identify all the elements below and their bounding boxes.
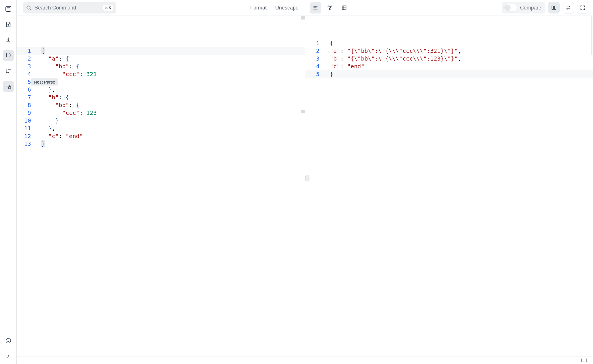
columns-icon bbox=[551, 5, 557, 11]
compare-label: Compare bbox=[520, 5, 541, 11]
nest-parse-tooltip: Nest Parse bbox=[31, 78, 58, 86]
compare-toggle-wrap: Compare bbox=[502, 2, 545, 13]
code-content: "ccc": 321 bbox=[35, 70, 305, 78]
minimap-mark-top bbox=[301, 16, 305, 20]
svg-point-7 bbox=[329, 9, 330, 10]
svg-rect-10 bbox=[555, 6, 556, 10]
braces-icon[interactable] bbox=[3, 50, 14, 61]
code-line[interactable]: 11 }, bbox=[17, 125, 305, 132]
app-logo-icon[interactable] bbox=[3, 3, 14, 14]
minimap-mark-bottom bbox=[301, 110, 305, 113]
code-line[interactable]: 9 "ccc": 123 bbox=[17, 109, 305, 117]
format-button[interactable]: Format bbox=[250, 5, 267, 11]
line-number: 4 bbox=[305, 63, 324, 70]
chevron-right-icon[interactable] bbox=[3, 351, 14, 362]
cursor-position: 1:1 bbox=[580, 358, 588, 363]
sidebar bbox=[0, 0, 17, 364]
view-graph-button[interactable] bbox=[324, 2, 336, 13]
code-line[interactable]: 5 } bbox=[17, 78, 305, 86]
code-content: } bbox=[35, 140, 305, 148]
code-line[interactable]: 2 "a": { bbox=[17, 55, 305, 63]
code-line[interactable]: 7 "b": { bbox=[17, 94, 305, 101]
code-line[interactable]: 2"a": "{\"bb\":\"{\\\"ccc\\\":321}\"}", bbox=[305, 47, 593, 55]
line-number: 3 bbox=[17, 63, 35, 70]
code-content: }, bbox=[35, 125, 305, 132]
editor-left[interactable]: 1{2 "a": {3 "bb": {4 "ccc": 3215 }6 },7 … bbox=[17, 16, 305, 148]
search-placeholder: Search Command bbox=[34, 5, 100, 11]
search-icon bbox=[26, 5, 32, 11]
code-content: "bb": { bbox=[35, 63, 305, 70]
line-number: 8 bbox=[17, 101, 35, 109]
file-import-icon[interactable] bbox=[3, 19, 14, 30]
code-content: } bbox=[35, 78, 305, 86]
fullscreen-icon bbox=[580, 5, 586, 11]
line-number: 6 bbox=[17, 86, 35, 94]
line-number: 13 bbox=[17, 140, 35, 148]
code-content: "c": "end" bbox=[324, 63, 593, 70]
line-number: 1 bbox=[17, 47, 35, 55]
code-line[interactable]: 6 }, bbox=[17, 86, 305, 94]
editor-right[interactable]: 1{2"a": "{\"bb\":\"{\\\"ccc\\\":321}\"}"… bbox=[305, 16, 593, 78]
line-number: 11 bbox=[17, 125, 35, 132]
right-toolbar: Compare bbox=[305, 0, 593, 16]
code-line[interactable]: 10 } bbox=[17, 117, 305, 125]
line-number: 12 bbox=[17, 132, 35, 140]
line-number: 3 bbox=[305, 55, 324, 63]
nest-parse-icon[interactable] bbox=[3, 81, 14, 92]
svg-point-4 bbox=[27, 6, 30, 9]
swap-icon bbox=[565, 5, 571, 11]
compare-toggle[interactable] bbox=[503, 4, 517, 12]
code-line[interactable]: 8 "bb": { bbox=[17, 101, 305, 109]
code-content: "a": { bbox=[35, 55, 305, 63]
line-number: 9 bbox=[17, 109, 35, 117]
code-line[interactable]: 4 "ccc": 321 bbox=[17, 70, 305, 78]
code-content: "c": "end" bbox=[35, 132, 305, 140]
left-topbar: Search Command ⌘K Format Unescape bbox=[17, 0, 305, 16]
code-content: "a": "{\"bb\":\"{\\\"ccc\\\":321}\"}", bbox=[324, 47, 593, 55]
right-pane: Compare bbox=[305, 0, 593, 357]
code-line[interactable]: 13} bbox=[17, 140, 305, 148]
code-line[interactable]: 12 "c": "end" bbox=[17, 132, 305, 140]
code-content: } bbox=[35, 117, 305, 125]
main: Nest Parse Search Command ⌘K Form bbox=[17, 0, 593, 364]
code-line[interactable]: 3"b": "{\"bb\":\"{\\\"ccc\\\":123}\"}", bbox=[305, 55, 593, 63]
statusbar: 1:1 bbox=[17, 357, 593, 364]
line-number: 4 bbox=[17, 70, 35, 78]
code-content: } bbox=[324, 70, 593, 78]
code-content: { bbox=[324, 39, 593, 47]
svg-rect-8 bbox=[342, 6, 346, 9]
line-number: 7 bbox=[17, 94, 35, 101]
code-line[interactable]: 5} bbox=[305, 70, 593, 78]
svg-rect-9 bbox=[552, 6, 554, 10]
chat-icon[interactable] bbox=[3, 335, 14, 346]
code-line[interactable]: 3 "bb": { bbox=[17, 63, 305, 70]
svg-rect-2 bbox=[8, 87, 10, 89]
list-icon bbox=[313, 5, 318, 11]
code-content: "b": { bbox=[35, 94, 305, 101]
minimap-right bbox=[591, 16, 592, 55]
unescape-button[interactable]: Unescape bbox=[275, 5, 299, 11]
download-icon[interactable] bbox=[3, 34, 14, 45]
search-input[interactable]: Search Command ⌘K bbox=[23, 2, 116, 13]
code-content: "b": "{\"bb\":\"{\\\"ccc\\\":123}\"}", bbox=[324, 55, 593, 63]
graph-icon bbox=[327, 5, 333, 11]
columns-button[interactable] bbox=[548, 2, 560, 13]
fullscreen-button[interactable] bbox=[577, 2, 588, 13]
code-line[interactable]: 1{ bbox=[17, 47, 305, 55]
sort-icon[interactable] bbox=[3, 65, 14, 76]
splitter-handle[interactable]: ⋮⋮ bbox=[305, 175, 309, 181]
code-line[interactable]: 1{ bbox=[305, 39, 593, 47]
swap-button[interactable] bbox=[563, 2, 574, 13]
line-number: 2 bbox=[305, 47, 324, 55]
line-number: 1 bbox=[305, 39, 324, 47]
svg-point-3 bbox=[6, 338, 11, 343]
view-table-button[interactable] bbox=[338, 2, 350, 13]
view-list-button[interactable] bbox=[310, 2, 321, 13]
code-content: { bbox=[35, 47, 305, 55]
svg-rect-1 bbox=[6, 84, 8, 86]
line-number: 2 bbox=[17, 55, 35, 63]
line-number: 5 bbox=[305, 70, 324, 78]
code-content: }, bbox=[35, 86, 305, 94]
code-line[interactable]: 4"c": "end" bbox=[305, 63, 593, 70]
search-shortcut: ⌘K bbox=[103, 5, 113, 11]
